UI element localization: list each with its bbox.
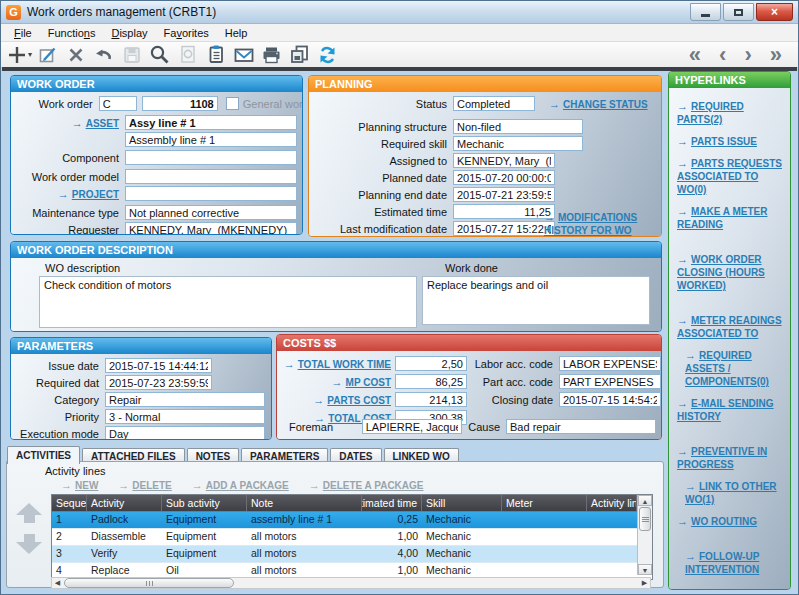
wo-description-textarea[interactable]: Check condition of motors	[39, 276, 417, 328]
link-wo-routing[interactable]: →WO ROUTING	[677, 515, 786, 528]
table-row[interactable]: 1 Padlock Equipment assembly line # 1 0,…	[52, 511, 637, 528]
column-estimated-time[interactable]: Estimated time	[362, 495, 422, 511]
horizontal-scrollbar-thumb[interactable]	[64, 578, 234, 588]
scroll-right-icon[interactable]: ▶	[639, 578, 650, 588]
scroll-down-icon[interactable]: ▼	[638, 564, 652, 575]
link-required-assets[interactable]: →REQUIRED ASSETS / COMPONENTS(0)	[685, 349, 786, 388]
link-email-sending-history[interactable]: →E-MAIL SENDING HISTORY	[677, 397, 786, 423]
issue-date-field[interactable]	[105, 358, 212, 373]
link-link-to-other-wo[interactable]: →LINK TO OTHER WO(1)	[685, 480, 786, 506]
mp-cost-field[interactable]	[395, 374, 467, 389]
menu-display[interactable]: Display	[103, 26, 155, 40]
move-row-down-button[interactable]	[15, 534, 43, 554]
column-sub-activity[interactable]: Sub activity	[162, 495, 247, 511]
closing-date-field[interactable]	[559, 392, 661, 407]
search-button[interactable]	[147, 43, 172, 66]
work-order-model-field[interactable]	[125, 169, 297, 184]
part-acc-code-field[interactable]	[559, 374, 661, 389]
project-link[interactable]: PROJECT	[72, 189, 119, 200]
table-row[interactable]: 3 Verify Equipment all motors 4,00 Mecha…	[52, 545, 637, 562]
requester-field[interactable]	[125, 222, 297, 234]
required-skill-field[interactable]	[453, 136, 583, 151]
mp-cost-link[interactable]: MP COST	[346, 377, 391, 388]
required-date-field[interactable]	[105, 375, 212, 390]
planning-structure-field[interactable]	[453, 119, 583, 134]
priority-field[interactable]	[105, 409, 265, 424]
tab-activities[interactable]: ACTIVITIES	[7, 446, 80, 464]
link-work-order-closing[interactable]: →WORK ORDER CLOSING (HOURS WORKED)	[677, 253, 786, 292]
column-seque[interactable]: Seque	[52, 495, 87, 511]
column-activity[interactable]: Activity	[87, 495, 162, 511]
delete-package-link[interactable]: →DELETE A PACKAGE	[309, 479, 424, 491]
minimize-button[interactable]	[690, 3, 721, 21]
report-button[interactable]	[203, 43, 228, 66]
parts-cost-field[interactable]	[395, 392, 467, 407]
asset-description-field[interactable]	[125, 132, 297, 147]
next-record-icon[interactable]: ›	[744, 44, 751, 66]
asset-field[interactable]	[125, 115, 297, 130]
edit-button[interactable]	[35, 43, 60, 66]
delete-activity-link[interactable]: →DELETE	[118, 479, 171, 491]
labor-acc-code-field[interactable]	[559, 356, 661, 371]
print-copies-button[interactable]	[287, 43, 312, 66]
undo-button[interactable]	[91, 43, 116, 66]
save-button[interactable]	[119, 43, 144, 66]
estimated-time-field[interactable]	[453, 204, 555, 219]
new-activity-link[interactable]: →NEW	[61, 479, 98, 491]
link-parts-issue[interactable]: →PARTS ISSUE	[677, 135, 786, 148]
modifications-history-link[interactable]: MODIFICATIONS HISTORY FOR WO	[544, 212, 637, 236]
component-field[interactable]	[125, 150, 297, 165]
execution-mode-field[interactable]	[105, 426, 265, 439]
planned-date-field[interactable]	[453, 170, 555, 185]
menu-favorites[interactable]: Favorites	[156, 26, 217, 40]
work-order-code-field[interactable]	[99, 96, 137, 111]
scroll-up-icon[interactable]: ▲	[638, 495, 652, 506]
link-meter-readings[interactable]: →METER READINGS ASSOCIATED TO	[677, 314, 786, 340]
column-note[interactable]: Note	[247, 495, 362, 511]
print-button[interactable]	[259, 43, 284, 66]
change-status-link[interactable]: CHANGE STATUS	[563, 99, 648, 110]
email-button[interactable]	[231, 43, 256, 66]
link-make-meter-reading[interactable]: →MAKE A METER READING	[677, 205, 786, 231]
link-required-parts[interactable]: →REQUIRED PARTS(2)	[677, 100, 786, 126]
last-modification-date-field[interactable]	[453, 221, 555, 236]
asset-link[interactable]: ASSET	[86, 118, 119, 129]
table-row[interactable]: 2 Diassemble Equipment all motors 1,00 M…	[52, 528, 637, 545]
total-work-time-field[interactable]	[395, 356, 467, 371]
menu-help[interactable]: Help	[217, 26, 256, 40]
work-order-number-field[interactable]	[142, 96, 218, 111]
close-button[interactable]: ×	[756, 3, 793, 21]
vertical-scrollbar-thumb[interactable]	[639, 507, 651, 531]
table-horizontal-scrollbar[interactable]: ◀ ▶	[51, 577, 651, 589]
search-list-button[interactable]	[175, 43, 200, 66]
parts-cost-link[interactable]: PARTS COST	[327, 395, 391, 406]
link-preventive-in-progress[interactable]: →PREVENTIVE IN PROGRESS	[677, 445, 786, 471]
column-meter[interactable]: Meter	[502, 495, 587, 511]
total-work-time-link[interactable]: TOTAL WORK TIME	[298, 359, 391, 370]
new-button[interactable]: ▾	[7, 43, 32, 66]
cause-field[interactable]	[506, 419, 656, 434]
link-parts-requests[interactable]: →PARTS REQUESTS ASSOCIATED TO WO(0)	[677, 157, 786, 196]
move-row-up-button[interactable]	[15, 503, 43, 523]
column-activity-line[interactable]: Activity line	[587, 495, 637, 511]
maximize-button[interactable]	[723, 3, 754, 21]
work-done-textarea[interactable]: Replace bearings and oil	[422, 276, 650, 325]
maintenance-type-field[interactable]	[125, 205, 297, 220]
link-follow-up-intervention[interactable]: →FOLLOW-UP INTERVENTION	[685, 550, 786, 576]
first-record-icon[interactable]: «	[689, 44, 701, 66]
menu-functions[interactable]: Functions	[40, 26, 104, 40]
delete-button[interactable]	[63, 43, 88, 66]
column-skill[interactable]: Skill	[422, 495, 502, 511]
status-field[interactable]	[453, 96, 535, 111]
category-field[interactable]	[105, 392, 265, 407]
last-record-icon[interactable]: »	[770, 44, 782, 66]
add-package-link[interactable]: →ADD A PACKAGE	[192, 479, 289, 491]
table-vertical-scrollbar[interactable]: ▲ ▼	[637, 495, 652, 575]
planning-end-date-field[interactable]	[453, 187, 555, 202]
scroll-left-icon[interactable]: ◀	[52, 578, 63, 588]
general-work-order-checkbox[interactable]	[226, 97, 239, 110]
assigned-to-field[interactable]	[453, 153, 555, 168]
refresh-button[interactable]	[315, 43, 340, 66]
menu-file[interactable]: File	[6, 26, 40, 40]
project-field[interactable]	[125, 186, 297, 201]
